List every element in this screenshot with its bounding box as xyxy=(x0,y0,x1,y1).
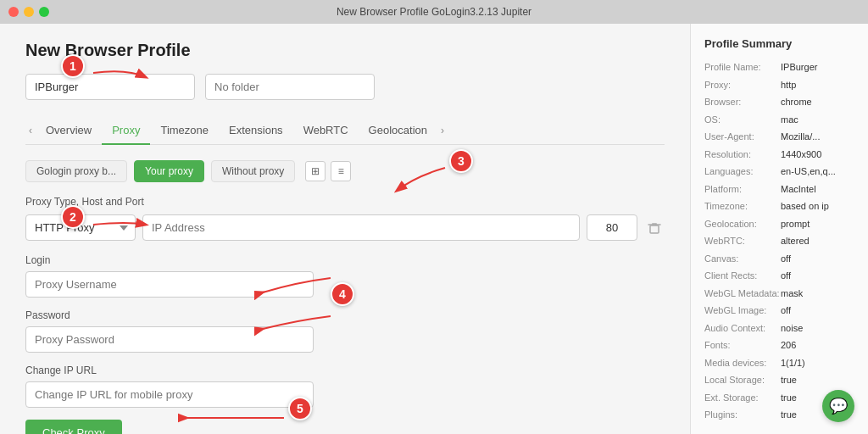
summary-row-item: Resolution:1440x900 xyxy=(704,147,854,162)
proxy-copy-icon[interactable]: ⊞ xyxy=(305,161,326,181)
summary-val: off xyxy=(781,269,791,283)
proxy-list-icon[interactable]: ≡ xyxy=(331,161,351,181)
summary-key: Client Rects: xyxy=(704,269,781,283)
port-input[interactable] xyxy=(587,214,637,241)
summary-row-item: Client Rects:off xyxy=(704,269,854,283)
summary-val: 1440x900 xyxy=(781,147,821,162)
summary-key: Media devices: xyxy=(704,356,781,370)
maximize-button[interactable] xyxy=(39,7,49,17)
proxy-action-icons: ⊞ ≡ xyxy=(305,161,351,181)
summary-key: Geolocation: xyxy=(704,217,781,231)
summary-key: Resolution: xyxy=(704,147,781,162)
tabs-bar: ‹ Overview Proxy Timezone Extensions Web… xyxy=(25,117,665,145)
change-ip-input[interactable] xyxy=(25,381,314,408)
proxy-type-select[interactable]: HTTP Proxy SOCKS5 Proxy SOCKS4 Proxy xyxy=(25,214,136,241)
your-proxy-toggle[interactable]: Your proxy xyxy=(134,160,204,182)
delete-proxy-icon[interactable] xyxy=(644,218,665,238)
profile-name-row xyxy=(25,74,665,100)
summary-val: true xyxy=(781,373,797,387)
summary-key: WebGL Image: xyxy=(704,303,781,318)
page-title: New Browser Profile xyxy=(25,41,665,60)
summary-val: 206 xyxy=(781,338,796,353)
summary-val: off xyxy=(781,303,791,318)
username-input[interactable] xyxy=(25,271,314,298)
gologin-proxy-toggle[interactable]: Gologin proxy b... xyxy=(25,160,127,182)
close-button[interactable] xyxy=(8,7,19,17)
summary-key: Local Storage: xyxy=(704,373,781,387)
summary-key: Proxy: xyxy=(704,78,781,92)
summary-val: en-US,en,q... xyxy=(781,164,836,179)
ip-address-input[interactable] xyxy=(142,214,580,241)
summary-val: off xyxy=(781,252,791,266)
proxy-section-label: Proxy Type, Host and Port xyxy=(25,196,665,208)
tab-proxy[interactable]: Proxy xyxy=(102,117,150,145)
summary-val: prompt xyxy=(781,217,810,231)
summary-key: Profile Name: xyxy=(704,60,781,75)
summary-key: WebGL Metadata: xyxy=(704,287,781,301)
summary-rows: Profile Name:IPBurgerProxy:httpBrowser:c… xyxy=(704,60,854,422)
change-ip-group: Change IP URL xyxy=(25,364,665,408)
summary-row-item: Browser:chrome xyxy=(704,95,854,109)
password-group: Password xyxy=(25,309,665,353)
summary-val: 1(1/1) xyxy=(781,356,805,370)
profile-summary-sidebar: Profile Summary Profile Name:IPBurgerPro… xyxy=(690,24,868,434)
summary-val: chrome xyxy=(781,95,812,109)
summary-val: http xyxy=(781,78,796,92)
login-group: Login xyxy=(25,254,665,298)
summary-row-item: Languages:en-US,en,q... xyxy=(704,164,854,179)
tab-timezone[interactable]: Timezone xyxy=(150,117,219,145)
summary-key: Canvas: xyxy=(704,252,781,266)
summary-key: WebRTC: xyxy=(704,234,781,248)
summary-row-item: Media devices:1(1/1) xyxy=(704,356,854,370)
tab-extensions[interactable]: Extensions xyxy=(219,117,293,145)
summary-key: Timezone: xyxy=(704,199,781,214)
summary-key: User-Agent: xyxy=(704,130,781,144)
summary-row-item: Profile Name:IPBurger xyxy=(704,60,854,75)
action-buttons: Check Proxy Create Profile xyxy=(25,420,665,434)
summary-row-item: Timezone:based on ip xyxy=(704,199,854,214)
without-proxy-toggle[interactable]: Without proxy xyxy=(211,160,295,182)
titlebar-title: New Browser Profile GoLogin3.2.13 Jupite… xyxy=(337,6,531,18)
summary-title: Profile Summary xyxy=(704,37,854,50)
summary-val: true xyxy=(781,391,797,405)
summary-val: altered xyxy=(781,234,810,248)
tab-geolocation[interactable]: Geolocation xyxy=(359,117,437,145)
summary-key: Ext. Storage: xyxy=(704,391,781,405)
chat-button[interactable]: 💬 xyxy=(822,390,854,422)
summary-row-item: OS:mac xyxy=(704,113,854,127)
folder-input[interactable] xyxy=(205,74,375,100)
minimize-button[interactable] xyxy=(24,7,34,17)
proxy-toggle-row: Gologin proxy b... Your proxy Without pr… xyxy=(25,160,665,182)
tab-left-arrow[interactable]: ‹ xyxy=(25,125,36,136)
titlebar: New Browser Profile GoLogin3.2.13 Jupite… xyxy=(0,0,868,24)
login-label: Login xyxy=(25,254,665,266)
summary-row-item: User-Agent:Mozilla/... xyxy=(704,130,854,144)
summary-row-item: WebGL Metadata:mask xyxy=(704,287,854,301)
summary-row-item: Platform:MacIntel xyxy=(704,182,854,197)
summary-val: noise xyxy=(781,321,803,336)
window-controls xyxy=(8,7,49,17)
summary-key: Fonts: xyxy=(704,338,781,353)
summary-row-item: Audio Context:noise xyxy=(704,321,854,336)
change-ip-label: Change IP URL xyxy=(25,364,665,376)
check-proxy-button[interactable]: Check Proxy xyxy=(25,420,122,434)
password-label: Password xyxy=(25,309,665,321)
summary-key: OS: xyxy=(704,113,781,127)
summary-key: Plugins: xyxy=(704,408,781,422)
summary-row-item: WebRTC:altered xyxy=(704,234,854,248)
summary-key: Browser: xyxy=(704,95,781,109)
summary-key: Audio Context: xyxy=(704,321,781,336)
summary-row-item: Proxy:http xyxy=(704,78,854,92)
summary-row-item: Geolocation:prompt xyxy=(704,217,854,231)
main-content: 1 2 3 4 5 xyxy=(0,24,690,434)
password-input[interactable] xyxy=(25,326,314,353)
tab-overview[interactable]: Overview xyxy=(36,117,102,145)
window: 1 2 3 4 5 xyxy=(0,24,868,434)
tab-webrtc[interactable]: WebRTC xyxy=(293,117,359,145)
summary-val: MacIntel xyxy=(781,182,816,197)
summary-val: mask xyxy=(781,287,803,301)
profile-name-input[interactable] xyxy=(25,74,195,100)
tab-right-arrow[interactable]: › xyxy=(437,125,448,136)
summary-row-item: Canvas:off xyxy=(704,252,854,266)
summary-val: IPBurger xyxy=(781,60,817,75)
